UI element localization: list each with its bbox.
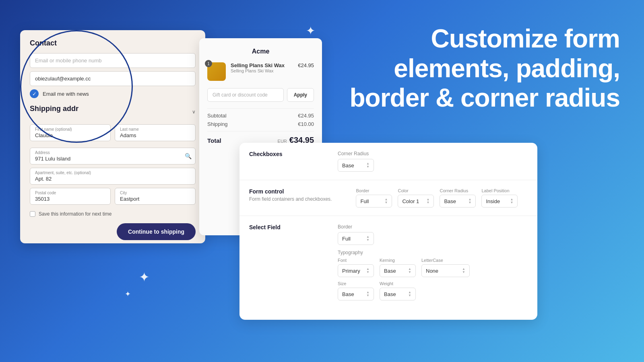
- email-value-text: obiezulauf@example.cc: [35, 76, 91, 82]
- product-thumbnail: 1: [207, 62, 226, 81]
- address-input[interactable]: Address 971 Lulu Island: [30, 148, 196, 165]
- promo-placeholder: Gift card or discount code: [213, 92, 268, 98]
- first-name-value: Claudie: [35, 132, 105, 138]
- save-info-checkbox[interactable]: [30, 211, 35, 217]
- label-position-chevrons-icon: ▲▼: [510, 198, 514, 204]
- promo-code-row: Gift card or discount code Apply: [207, 88, 314, 102]
- apt-input[interactable]: Apartment, suite, etc. (optional) Apt. 8…: [30, 168, 196, 185]
- subtotal-value: €24.95: [298, 113, 314, 119]
- form-control-controls: Border Full ▲▼ Color Color 1 ▲▼ Corner R…: [356, 188, 528, 208]
- size-value: Base: [342, 291, 354, 297]
- select-field-section-name: Select Field: [249, 224, 314, 230]
- weight-select[interactable]: Base ▲▼: [380, 288, 416, 300]
- lettercase-chevrons-icon: ▲▼: [462, 267, 465, 274]
- select-field-section: Select Field Border Full ▲▼ Typography F…: [239, 216, 537, 309]
- product-details: Selling Plans Ski Wax Selling Plans Ski …: [231, 62, 293, 73]
- corner-radius-chevrons-icon: ▲▼: [469, 198, 472, 204]
- select-border-chevrons-icon: ▲▼: [366, 235, 369, 242]
- checkout-form-panel: Contact Email or mobile phone numb obiez…: [20, 30, 205, 243]
- size-select[interactable]: Base ▲▼: [338, 288, 374, 300]
- size-label: Size: [338, 281, 374, 286]
- kerning-label: Kerning: [380, 258, 416, 263]
- corner-radius-label: Corner Radius: [338, 151, 528, 156]
- checkboxes-section-name: Checkboxes: [249, 151, 314, 157]
- border-label: Border: [356, 188, 392, 193]
- headline-line1: Customize form: [431, 24, 620, 53]
- email-placeholder-text: Email or mobile phone numb: [35, 58, 101, 64]
- postal-label: Postal code: [35, 191, 105, 195]
- city-input[interactable]: City Eastport: [115, 188, 196, 205]
- border-control-group: Border Full ▲▼: [356, 188, 392, 208]
- kerning-select[interactable]: Base ▲▼: [380, 264, 416, 277]
- select-border-value: Full: [342, 236, 351, 242]
- corner-radius-ctrl-label: Corner Radius: [440, 188, 476, 193]
- border-value: Full: [360, 198, 369, 204]
- product-name: Selling Plans Ski Wax: [231, 62, 293, 68]
- kerning-value: Base: [384, 268, 396, 274]
- color-chevrons-icon: ▲▼: [427, 198, 430, 204]
- font-label: Font: [338, 258, 374, 263]
- email-value-input[interactable]: obiezulauf@example.cc: [30, 71, 196, 86]
- product-subtitle: Selling Plans Ski Wax: [231, 68, 293, 73]
- last-name-input[interactable]: Last name Adams: [115, 124, 196, 141]
- promo-code-input[interactable]: Gift card or discount code: [207, 88, 284, 102]
- lettercase-value: None: [426, 268, 438, 274]
- lettercase-select[interactable]: None ▲▼: [421, 264, 470, 277]
- shipping-title: Shipping addr: [30, 105, 78, 113]
- sparkle-top-icon: ✦: [306, 24, 315, 37]
- continue-to-shipping-button[interactable]: Continue to shipping: [117, 223, 196, 240]
- weight-value: Base: [384, 291, 396, 297]
- color-control-group: Color Color 1 ▲▼: [398, 188, 434, 208]
- country-chevron-icon: ∨: [192, 109, 196, 115]
- checkboxes-section: Checkboxes Corner Radius Base ▲▼: [239, 143, 537, 180]
- lettercase-label: LetterCase: [421, 258, 470, 263]
- apt-label: Apartment, suite, etc. (optional): [35, 171, 190, 175]
- select-border-area-label: Border: [338, 224, 374, 230]
- email-news-label: Email me with news: [43, 91, 89, 97]
- lettercase-control-group: LetterCase None ▲▼: [421, 258, 470, 277]
- checkboxes-corner-radius-select[interactable]: Base ▲▼: [338, 159, 374, 172]
- size-chevrons-icon: ▲▼: [366, 291, 369, 297]
- sparkle-mid-icon: ✦: [139, 269, 150, 285]
- weight-control-group: Weight Base ▲▼: [380, 281, 416, 300]
- label-position-control-group: Label Position Inside ▲▼: [481, 188, 518, 208]
- label-position-select[interactable]: Inside ▲▼: [481, 195, 518, 208]
- border-chevrons-icon: ▲▼: [385, 198, 388, 204]
- product-qty-badge: 1: [205, 60, 212, 67]
- subtotal-label: Subtotal: [207, 113, 227, 119]
- total-divider: [207, 131, 314, 132]
- corner-radius-select[interactable]: Base ▲▼: [440, 195, 476, 208]
- form-control-section-name: Form control: [249, 188, 332, 195]
- total-label: Total: [207, 137, 221, 144]
- headline-block: Customize form elements, padding, border…: [346, 24, 620, 113]
- label-position-label: Label Position: [481, 188, 518, 193]
- city-label: City: [120, 191, 190, 195]
- postal-input[interactable]: Postal code 35013: [30, 188, 111, 205]
- headline-line2: elements, padding,: [394, 54, 620, 83]
- address-label: Address: [35, 150, 182, 155]
- typography-area-label: Typography: [338, 250, 470, 255]
- font-value: Primary: [342, 268, 360, 274]
- form-control-desc: Form field containers and checkboxes.: [249, 196, 332, 202]
- border-select[interactable]: Full ▲▼: [356, 195, 392, 208]
- first-name-input[interactable]: First name (optional) Claudie: [30, 124, 111, 141]
- email-placeholder-input[interactable]: Email or mobile phone numb: [30, 53, 196, 68]
- font-select[interactable]: Primary ▲▼: [338, 264, 374, 277]
- shipping-value: €10.00: [298, 121, 314, 127]
- summary-divider: [207, 108, 314, 109]
- select-border-select[interactable]: Full ▲▼: [338, 232, 374, 245]
- color-select[interactable]: Color 1 ▲▼: [398, 195, 434, 208]
- checkboxes-corner-radius-value: Base: [342, 162, 354, 169]
- corner-radius-value: Base: [444, 198, 456, 204]
- first-name-label: First name (optional): [35, 127, 105, 132]
- address-value: 971 Lulu Island: [35, 156, 182, 162]
- product-item: 1 Selling Plans Ski Wax Selling Plans Sk…: [207, 62, 314, 81]
- font-control-group: Font Primary ▲▼: [338, 258, 374, 277]
- font-chevrons-icon: ▲▼: [366, 267, 369, 274]
- corner-radius-control-group: Corner Radius Base ▲▼: [440, 188, 476, 208]
- email-news-checkbox[interactable]: ✓: [30, 89, 39, 98]
- chevrons-icon: ▲▼: [366, 162, 369, 169]
- kerning-control-group: Kerning Base ▲▼: [380, 258, 416, 277]
- apply-promo-button[interactable]: Apply: [287, 88, 314, 102]
- color-label: Color: [398, 188, 434, 193]
